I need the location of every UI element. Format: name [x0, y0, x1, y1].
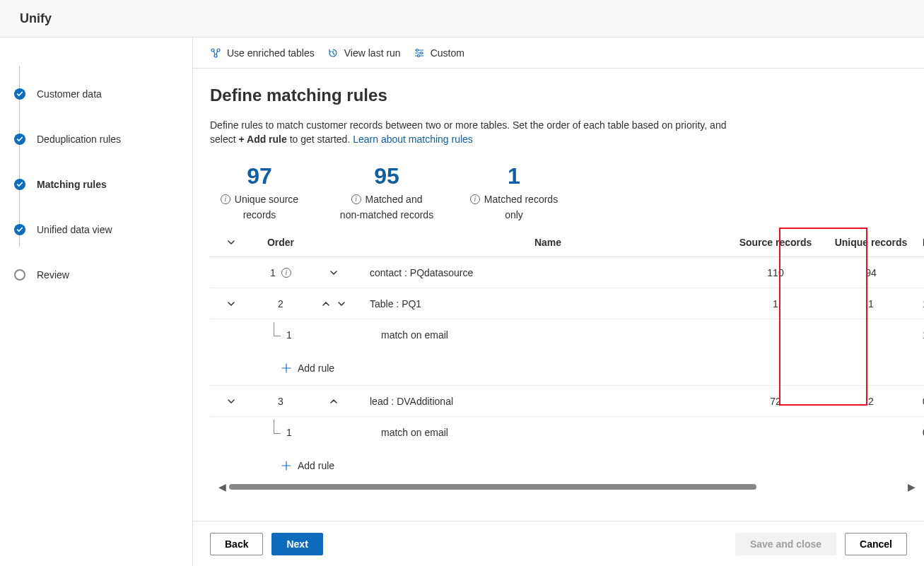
step-deduplication-rules[interactable]: Deduplication rules	[14, 117, 192, 162]
step-unified-data-view[interactable]: Unified data view	[14, 207, 192, 252]
chevron-down-icon[interactable]	[337, 299, 346, 309]
scrollbar-thumb[interactable]	[229, 484, 756, 490]
use-enriched-tables-button[interactable]: Use enriched tables	[210, 47, 315, 59]
page-title: Define matching rules	[210, 86, 924, 105]
stats-row: 97 iUnique source records 95 iMatched an…	[210, 163, 924, 222]
next-button[interactable]: Next	[271, 533, 322, 555]
table-row: 2 Table : PQ1 1 1 100.0% ma	[210, 288, 924, 319]
info-icon[interactable]: i	[351, 194, 361, 204]
check-icon	[14, 88, 25, 100]
svg-point-2	[214, 54, 217, 57]
enriched-tables-icon	[210, 47, 221, 59]
svg-point-3	[416, 49, 418, 51]
svg-point-5	[417, 54, 419, 57]
table-subrow: 1 match on email 100.0%	[210, 319, 924, 350]
check-icon	[14, 224, 25, 235]
table-row: 1 i contact : PQdatasource 110 94	[210, 257, 924, 288]
cancel-button[interactable]: Cancel	[845, 533, 907, 555]
chevron-down-icon[interactable]	[226, 299, 236, 309]
table-row: 3 lead : DVAdditional 72 2 0% matche	[210, 386, 924, 417]
col-name: Name	[358, 237, 726, 248]
step-label: Customer data	[37, 88, 102, 100]
horizontal-scrollbar[interactable]: ◀ ▶	[210, 480, 924, 493]
plus-icon	[281, 460, 292, 471]
chevron-down-icon[interactable]	[329, 268, 339, 278]
view-last-run-button[interactable]: View last run	[327, 47, 401, 59]
step-label: Review	[37, 269, 69, 281]
scroll-right-icon[interactable]: ▶	[908, 481, 916, 493]
settings-sliders-icon	[414, 47, 425, 59]
check-icon	[14, 179, 25, 190]
step-label: Deduplication rules	[37, 134, 121, 145]
info-icon[interactable]: i	[470, 194, 480, 204]
info-icon[interactable]: i	[281, 268, 291, 278]
empty-circle-icon	[14, 269, 25, 281]
stat-matched-only: 1 iMatched records only	[464, 163, 563, 222]
step-label: Unified data view	[37, 224, 112, 235]
add-rule-row: Add rule	[210, 448, 924, 480]
learn-link[interactable]: Learn about matching rules	[353, 134, 473, 145]
step-label: Matching rules	[37, 179, 107, 190]
scroll-left-icon[interactable]: ◀	[218, 481, 226, 493]
plus-icon	[281, 362, 292, 374]
svg-point-1	[217, 49, 220, 52]
custom-button[interactable]: Custom	[414, 47, 464, 59]
page-header: Unify	[0, 0, 924, 37]
col-match: Records ma	[917, 237, 924, 248]
page-description: Define rules to match customer records b…	[210, 118, 733, 146]
stepper-sidebar: Customer data Deduplication rules Matchi…	[0, 37, 193, 566]
back-button[interactable]: Back	[210, 533, 263, 555]
svg-point-0	[211, 49, 214, 52]
chevron-down-icon[interactable]	[226, 237, 236, 247]
add-rule-row: Add rule	[210, 350, 924, 386]
table-header-row: Order Name Source records Unique records…	[210, 228, 924, 257]
save-and-close-button: Save and close	[735, 533, 836, 555]
history-icon	[327, 47, 339, 59]
chevron-up-icon[interactable]	[329, 396, 339, 406]
stat-unique-source: 97 iUnique source records	[210, 163, 309, 222]
add-rule-button[interactable]: Add rule	[281, 460, 334, 471]
col-source: Source records	[726, 237, 825, 248]
step-matching-rules[interactable]: Matching rules	[14, 162, 192, 207]
table-subrow: 1 match on email 0%	[210, 417, 924, 448]
rules-table: Order Name Source records Unique records…	[210, 228, 924, 480]
header-title: Unify	[20, 11, 52, 26]
col-unique: Unique records	[825, 237, 917, 248]
check-icon	[14, 134, 25, 145]
stat-matched-nonmatched: 95 iMatched and non-matched records	[337, 163, 436, 222]
toolbar: Use enriched tables View last run Custom	[193, 37, 924, 69]
add-rule-button[interactable]: Add rule	[281, 362, 334, 374]
step-review[interactable]: Review	[14, 252, 192, 297]
footer-bar: Back Next Save and close Cancel	[193, 521, 924, 566]
chevron-down-icon[interactable]	[226, 396, 236, 406]
step-customer-data[interactable]: Customer data	[14, 71, 192, 117]
info-icon[interactable]: i	[221, 194, 230, 204]
svg-point-4	[420, 52, 422, 54]
col-order: Order	[252, 237, 309, 248]
chevron-up-icon[interactable]	[321, 299, 331, 309]
